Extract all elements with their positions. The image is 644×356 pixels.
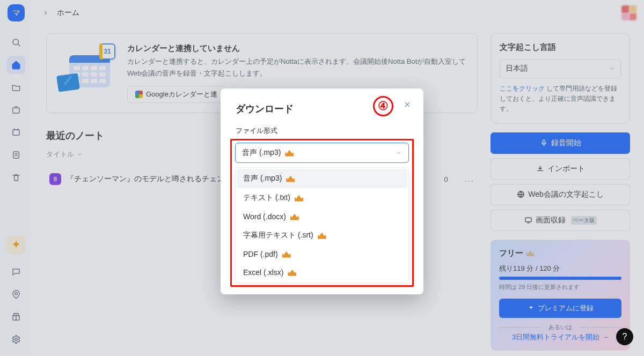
format-option[interactable]: テキスト (.txt) <box>237 188 407 207</box>
crown-icon <box>290 213 299 220</box>
help-button[interactable]: ? <box>616 328 633 345</box>
close-button[interactable] <box>403 100 412 111</box>
step-marker: ④ <box>373 96 393 116</box>
format-select[interactable]: 音声 (.mp3) <box>235 143 409 163</box>
crown-icon <box>288 269 296 276</box>
crown-icon <box>285 150 294 157</box>
format-options: 音声 (.mp3) テキスト (.txt) Word (.docx) 字幕用テキ… <box>235 167 409 283</box>
format-option[interactable]: Word (.docx) <box>237 207 407 226</box>
format-option[interactable]: PDF (.pdf) <box>237 245 407 263</box>
chevron-down-icon <box>396 150 402 156</box>
format-option[interactable]: Excel (.xlsx) <box>237 263 407 281</box>
format-label: ファイル形式 <box>236 126 408 136</box>
highlight-box: 音声 (.mp3) 音声 (.mp3) テキスト (.txt) Word (.d… <box>230 139 414 287</box>
modal-backdrop[interactable]: ④ ダウンロード ファイル形式 音声 (.mp3) 音声 (.mp3) テキスト… <box>0 0 644 356</box>
crown-icon <box>282 251 291 258</box>
crown-icon <box>318 232 326 239</box>
format-option[interactable]: 字幕用テキスト (.srt) <box>237 226 407 245</box>
format-option[interactable]: 音声 (.mp3) <box>237 169 407 188</box>
crown-icon <box>295 195 303 202</box>
download-modal: ④ ダウンロード ファイル形式 音声 (.mp3) 音声 (.mp3) テキスト… <box>221 88 423 294</box>
crown-icon <box>286 175 295 182</box>
